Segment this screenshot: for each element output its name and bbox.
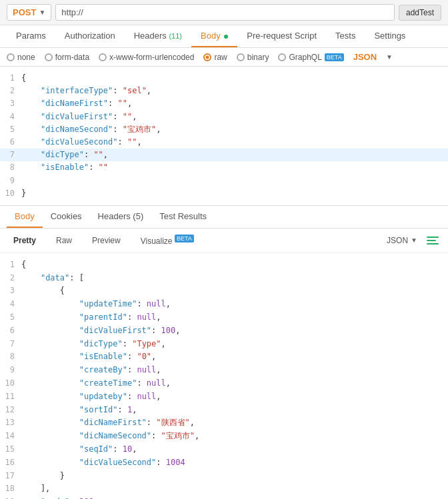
line-number: 9 [0,175,21,187]
code-line: 1{ [0,72,448,85]
response-line-number: 2 [0,272,21,285]
response-code-line: 8 "isEnable": "0", [0,350,448,364]
response-code-line: 7 "dicType": "Type", [0,338,448,351]
option-none[interactable]: none [7,53,35,62]
line-number: 5 [0,123,21,136]
response-tab-headers[interactable]: Headers (5) [90,206,152,228]
line-content: "dicValueSecond": "", [21,136,448,149]
response-line-number: 17 [0,470,21,483]
option-raw[interactable]: raw [203,53,227,62]
resp-pretty-btn[interactable]: Pretty [7,233,43,248]
response-line-number: 4 [0,298,21,311]
code-line: 6 "dicValueSecond": "", [0,136,448,149]
code-line: 7 "dicType": "", [0,149,448,161]
line-number: 10 [0,187,21,200]
resp-visualize-btn[interactable]: Visualize BETA [134,233,201,249]
tab-body[interactable]: Body [191,25,237,47]
option-form-data[interactable]: form-data [45,53,89,62]
response-line-number: 19 [0,496,21,499]
option-urlencoded[interactable]: x-www-form-urlencoded [99,53,194,62]
line-content: } [21,187,448,200]
response-format-arrow[interactable]: ▼ [411,237,417,244]
tab-prerequest[interactable]: Pre-request Script [237,25,326,47]
response-code-line: 19 "code": 200, [0,496,448,499]
response-code-line: 12 "sortId": 1, [0,404,448,417]
tab-tests[interactable]: Tests [326,25,365,47]
tab-authorization[interactable]: Authorization [55,25,125,47]
request-nav-tabs: Params Authorization Headers (11) Body P… [0,25,448,48]
option-binary[interactable]: binary [237,53,269,62]
response-tab-testresults[interactable]: Test Results [151,206,215,228]
format-json-label: JSON [353,52,377,62]
response-line-number: 18 [0,482,21,496]
code-line: 5 "dicNameSecond": "宝鸡市", [0,123,448,136]
response-line-content: "dicValueFirst": 100, [21,324,448,338]
response-line-number: 7 [0,338,21,351]
line-content: "dicType": "", [21,149,448,161]
response-code-line: 4 "updateTime": null, [0,298,448,311]
response-line-number: 5 [0,311,21,324]
response-code-line: 2 "data": [ [0,272,448,285]
top-bar: POST ▼ http:// addTest [0,0,448,25]
url-input[interactable]: http:// [55,4,395,21]
line-number: 4 [0,111,21,123]
response-toolbar: Pretty Raw Preview Visualize BETA JSON ▼ [0,229,448,253]
wrap-icon[interactable] [424,234,441,247]
option-graphql[interactable]: GraphQL BETA [278,53,343,62]
line-content: { [21,72,448,85]
response-format-selector[interactable]: JSON ▼ [387,236,417,245]
request-code-editor[interactable]: 1{2 "interfaceType": "sel",3 "dicNameFir… [0,67,448,206]
response-line-content: ], [21,482,448,496]
tab-params[interactable]: Params [7,25,55,47]
response-line-number: 8 [0,350,21,364]
resp-raw-btn[interactable]: Raw [49,233,79,248]
format-dropdown-arrow[interactable]: ▼ [386,53,393,61]
response-line-content: "updateTime": null, [21,298,448,311]
response-line-content: "dicNameSecond": "宝鸡市", [21,430,448,443]
response-line-content: "dicNameFirst": "陕西省", [21,416,448,430]
resp-preview-btn[interactable]: Preview [85,233,127,248]
radio-graphql [278,53,286,61]
response-line-number: 10 [0,377,21,390]
tab-settings[interactable]: Settings [365,25,415,47]
method-chevron-icon: ▼ [39,9,45,16]
response-code-viewer: 1{2 "data": [3 {4 "updateTime": null,5 "… [0,253,448,499]
line-number: 8 [0,161,21,174]
wrap-icon-line2 [427,240,436,241]
line-number: 6 [0,136,21,149]
radio-form-data [45,53,53,61]
line-content: "interfaceType": "sel", [21,85,448,97]
response-line-content: "createTime": null, [21,377,448,390]
response-code-line: 16 "dicValueSecond": 1004 [0,456,448,470]
response-line-content: "parentId": null, [21,311,448,324]
response-nav-tabs: Body Cookies Headers (5) Test Results [0,206,448,229]
response-line-content: } [21,470,448,483]
wrap-icon-line3 [427,243,439,245]
response-line-number: 14 [0,430,21,443]
visualize-beta-badge: BETA [175,235,194,243]
response-format-label: JSON [387,236,408,245]
response-line-number: 3 [0,284,21,298]
code-line: 3 "dicNameFirst": "", [0,97,448,110]
response-line-content: "isEnable": "0", [21,350,448,364]
response-line-number: 12 [0,404,21,417]
response-line-content: "dicType": "Type", [21,338,448,351]
response-line-number: 15 [0,443,21,456]
code-line: 9 [0,175,448,187]
code-line: 4 "dicValueFirst": "", [0,111,448,123]
response-code-line: 17 } [0,470,448,483]
response-code-line: 10 "createTime": null, [0,377,448,390]
response-code-line: 15 "seqId": 10, [0,443,448,456]
response-line-number: 13 [0,416,21,430]
method-selector[interactable]: POST ▼ [7,4,51,21]
tab-headers[interactable]: Headers (11) [125,25,191,47]
response-line-content: "code": 200, [21,496,448,499]
line-number: 7 [0,149,21,161]
response-code-line: 1{ [0,258,448,272]
response-line-content: "createBy": null, [21,364,448,377]
response-tab-body[interactable]: Body [7,206,43,228]
response-line-content: "data": [ [21,272,448,285]
response-tab-cookies[interactable]: Cookies [43,206,90,228]
response-line-content: { [21,284,448,298]
response-code-line: 3 { [0,284,448,298]
